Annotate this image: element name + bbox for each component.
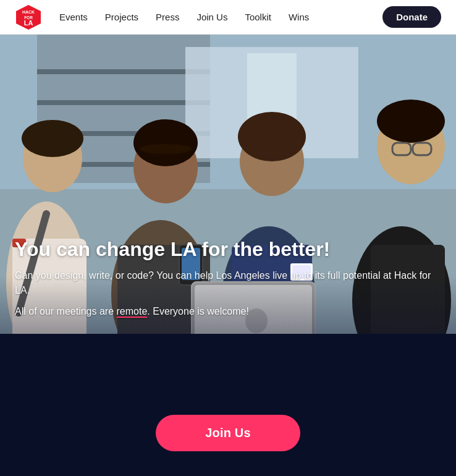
svg-text:LA: LA bbox=[24, 19, 33, 27]
join-us-button[interactable]: Join Us bbox=[156, 415, 300, 451]
logo-link[interactable]: HACK FOR LA bbox=[15, 4, 42, 31]
donate-button[interactable]: Donate bbox=[382, 6, 441, 28]
hero-subtitle: Can you design, write, or code? You can … bbox=[15, 268, 441, 298]
hero-bottom-section: Join Us bbox=[0, 334, 456, 476]
nav-item-wins[interactable]: Wins bbox=[289, 12, 309, 22]
svg-point-37 bbox=[377, 100, 445, 143]
hero-remote-text: All of our meetings are remote. Everyone… bbox=[15, 304, 441, 319]
nav-links: Events Projects Press Join Us Toolkit Wi… bbox=[59, 12, 382, 22]
nav-item-projects[interactable]: Projects bbox=[105, 12, 138, 22]
remote-text-after: . Everyone is welcome! bbox=[147, 306, 249, 317]
nav-item-join-us[interactable]: Join Us bbox=[196, 12, 227, 22]
nav-item-events[interactable]: Events bbox=[59, 12, 88, 22]
svg-text:HACK: HACK bbox=[22, 9, 35, 14]
hero-text-overlay: You can change LA for the better! Can yo… bbox=[0, 237, 456, 334]
navbar: HACK FOR LA Events Projects Press Join U… bbox=[0, 0, 456, 35]
hero-section: You can change LA for the better! Can yo… bbox=[0, 35, 456, 476]
hero-title: You can change LA for the better! bbox=[15, 237, 441, 261]
remote-link[interactable]: remote bbox=[117, 306, 148, 317]
logo-icon: HACK FOR LA bbox=[15, 4, 42, 31]
nav-item-toolkit[interactable]: Toolkit bbox=[245, 12, 271, 22]
remote-text-before: All of our meetings are bbox=[15, 306, 117, 317]
nav-item-press[interactable]: Press bbox=[156, 12, 179, 22]
